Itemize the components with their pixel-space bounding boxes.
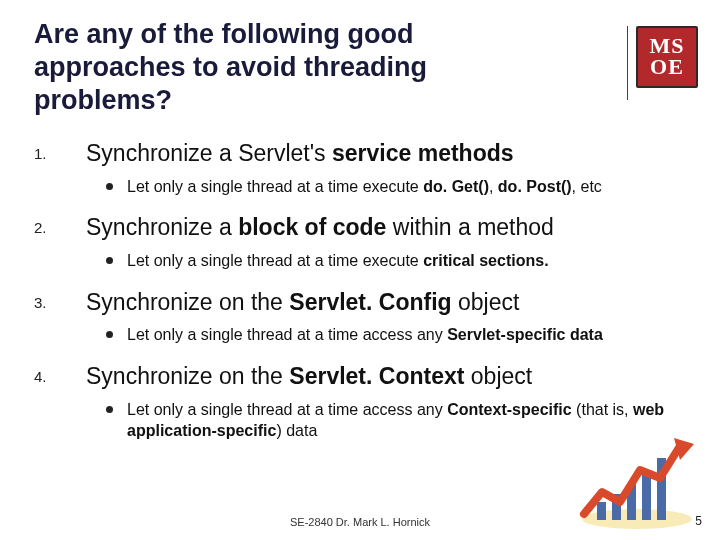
sub-bullet: Let only a single thread at a time execu…	[106, 250, 692, 272]
item-number: 1.	[34, 139, 86, 162]
item-main: Synchronize on the Servlet. Context obje…	[86, 362, 532, 391]
divider	[627, 26, 628, 100]
slide-title: Are any of the following good approaches…	[34, 18, 554, 117]
item-number: 2.	[34, 213, 86, 236]
bullet-icon	[106, 331, 113, 338]
sub-bullet: Let only a single thread at a time execu…	[106, 176, 692, 198]
logo-line2: OE	[650, 57, 684, 78]
item-main: Synchronize a block of code within a met…	[86, 213, 554, 242]
list-item: 4. Synchronize on the Servlet. Context o…	[34, 362, 692, 442]
bullet-icon	[106, 183, 113, 190]
slide: Are any of the following good approaches…	[0, 0, 720, 540]
item-main: Synchronize a Servlet's service methods	[86, 139, 514, 168]
item-main: Synchronize on the Servlet. Config objec…	[86, 288, 519, 317]
sub-text: Let only a single thread at a time execu…	[127, 250, 549, 272]
bullet-icon	[106, 406, 113, 413]
item-number: 3.	[34, 288, 86, 311]
list-item: 1. Synchronize a Servlet's service metho…	[34, 139, 692, 197]
sub-text: Let only a single thread at a time acces…	[127, 324, 603, 346]
bullet-icon	[106, 257, 113, 264]
svg-rect-3	[627, 484, 636, 520]
footer-text: SE-2840 Dr. Mark L. Hornick	[0, 516, 720, 528]
item-number: 4.	[34, 362, 86, 385]
sub-text: Let only a single thread at a time acces…	[127, 399, 687, 442]
sub-bullet: Let only a single thread at a time acces…	[106, 324, 692, 346]
list-item: 2. Synchronize a block of code within a …	[34, 213, 692, 271]
sub-bullet: Let only a single thread at a time acces…	[106, 399, 692, 442]
sub-text: Let only a single thread at a time execu…	[127, 176, 602, 198]
list-item: 3. Synchronize on the Servlet. Config ob…	[34, 288, 692, 346]
svg-rect-5	[657, 458, 666, 520]
page-number: 5	[695, 514, 702, 528]
content-list: 1. Synchronize a Servlet's service metho…	[34, 139, 692, 442]
msoe-logo: MS OE	[636, 26, 698, 88]
svg-rect-4	[642, 472, 651, 520]
